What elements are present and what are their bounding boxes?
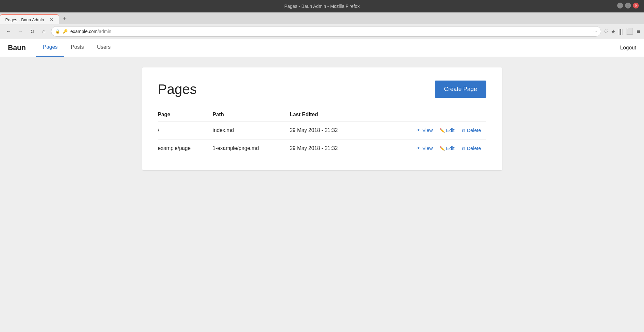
app-navbar: Baun Pages Posts Users Logout <box>0 39 644 57</box>
row1-edit-button[interactable]: Edit <box>440 127 455 133</box>
card-header: Pages Create Page <box>158 81 486 98</box>
forward-button[interactable]: → <box>16 27 25 36</box>
minimize-button[interactable]: — <box>617 3 623 9</box>
content-card: Pages Create Page Page Path Last Edited … <box>142 67 502 170</box>
window-controls: — □ ✕ <box>617 3 639 9</box>
row2-delete-button[interactable]: Delete <box>461 145 481 151</box>
row2-page: example/page <box>158 139 213 157</box>
table-row: example/page 1-example/page.md 29 May 20… <box>158 139 486 157</box>
nav-users[interactable]: Users <box>90 39 117 57</box>
row1-delete-label: Delete <box>467 127 481 133</box>
titlebar-text: Pages - Baun Admin - Mozilla Firefox <box>284 4 359 9</box>
menu-icon[interactable]: ≡ <box>636 28 640 35</box>
eye-icon <box>416 127 421 133</box>
row2-view-button[interactable]: View <box>416 145 433 151</box>
url-path: /admin <box>97 29 111 34</box>
pages-table: Page Path Last Edited / index.md 29 May … <box>158 108 486 157</box>
row1-path: index.md <box>213 121 290 139</box>
row1-page: / <box>158 121 213 139</box>
url-display: example.com/admin <box>70 29 111 34</box>
create-page-button[interactable]: Create Page <box>435 81 486 98</box>
row1-view-button[interactable]: View <box>416 127 433 133</box>
active-tab[interactable]: Pages - Baun Admin ✕ <box>0 14 59 24</box>
browser-tabs: Pages - Baun Admin ✕ + <box>0 12 644 24</box>
edit-icon <box>440 127 445 133</box>
col-header-path: Path <box>213 108 290 121</box>
row2-actions: View Edit Delete <box>370 139 486 157</box>
library-icon[interactable]: ||| <box>618 28 623 35</box>
new-tab-button[interactable]: + <box>59 13 71 24</box>
col-header-page: Page <box>158 108 213 121</box>
sidebar-icon[interactable]: ⬜ <box>626 28 633 35</box>
nav-posts[interactable]: Posts <box>64 39 90 57</box>
row1-actions: View Edit Delete <box>370 121 486 139</box>
table-row: / index.md 29 May 2018 - 21:32 View Edit <box>158 121 486 139</box>
app-main: Pages Create Page Page Path Last Edited … <box>0 57 644 332</box>
back-button[interactable]: ← <box>4 27 13 36</box>
reload-button[interactable]: ↻ <box>27 27 37 36</box>
col-header-last-edited: Last Edited <box>290 108 370 121</box>
row2-edit-button[interactable]: Edit <box>440 145 455 151</box>
trash-icon <box>461 127 465 133</box>
row1-delete-button[interactable]: Delete <box>461 127 481 133</box>
page-title: Pages <box>158 82 197 97</box>
row2-edit-label: Edit <box>446 145 455 151</box>
home-button[interactable]: ⌂ <box>39 27 48 36</box>
address-bar[interactable]: 🔒 🔑 example.com/admin ··· <box>51 26 601 37</box>
row1-last-edited: 29 May 2018 - 21:32 <box>290 121 370 139</box>
app-nav: Pages Posts Users <box>36 39 117 57</box>
address-extras: ♡ ★ <box>604 28 616 35</box>
row2-delete-label: Delete <box>467 145 481 151</box>
edit-icon <box>440 145 445 151</box>
browser-titlebar: Pages - Baun Admin - Mozilla Firefox — □… <box>0 0 644 12</box>
tab-title: Pages - Baun Admin <box>5 17 44 22</box>
row2-view-label: View <box>422 145 433 151</box>
logout-button[interactable]: Logout <box>620 45 636 51</box>
tab-close-button[interactable]: ✕ <box>50 17 54 22</box>
security-icon: 🔒 <box>55 29 60 34</box>
nav-pages[interactable]: Pages <box>36 39 64 57</box>
row2-path: 1-example/page.md <box>213 139 290 157</box>
row1-view-label: View <box>422 127 433 133</box>
row2-last-edited: 29 May 2018 - 21:32 <box>290 139 370 157</box>
app-brand[interactable]: Baun <box>8 44 26 52</box>
browser-right-controls: ||| ⬜ ≡ <box>618 28 640 35</box>
trash-icon <box>461 145 465 151</box>
eye-icon <box>416 145 421 151</box>
col-header-actions <box>370 108 486 121</box>
browser-addressbar: ← → ↻ ⌂ 🔒 🔑 example.com/admin ··· ♡ ★ ||… <box>0 24 644 39</box>
star-icon[interactable]: ★ <box>611 28 616 35</box>
url-more-icon: ··· <box>593 29 597 34</box>
maximize-button[interactable]: □ <box>625 3 631 9</box>
row1-edit-label: Edit <box>446 127 455 133</box>
bookmark-icon[interactable]: ♡ <box>604 28 608 35</box>
key-icon: 🔑 <box>63 29 68 34</box>
url-domain: example.com <box>70 29 97 34</box>
close-button[interactable]: ✕ <box>633 3 639 9</box>
